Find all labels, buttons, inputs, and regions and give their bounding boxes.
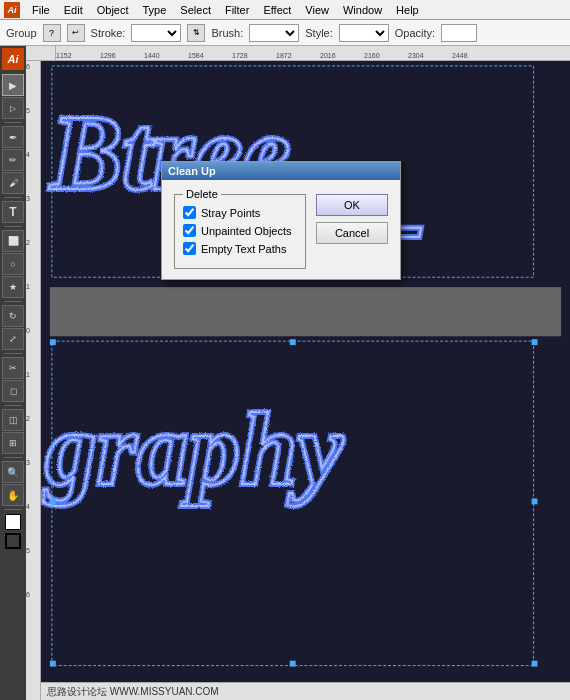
svg-rect-14 <box>532 661 538 667</box>
empty-text-paths-row: Empty Text Paths <box>183 242 297 255</box>
brush-tool[interactable]: 🖌 <box>2 172 24 194</box>
unpainted-objects-checkbox[interactable] <box>183 224 196 237</box>
ellipse-tool[interactable]: ○ <box>2 253 24 275</box>
scissors-tool[interactable]: ✂ <box>2 357 24 379</box>
ok-button[interactable]: OK <box>316 194 388 216</box>
rotate-tool[interactable]: ↻ <box>2 305 24 327</box>
ruler-h-mark-9: 2448 <box>452 52 496 59</box>
ruler-v-numbers: 6 5 4 3 2 1 0 1 2 3 4 5 6 <box>26 61 40 635</box>
dialog-title: Clean Up <box>168 165 216 177</box>
separator-5 <box>4 353 22 354</box>
zoom-tool[interactable]: 🔍 <box>2 461 24 483</box>
hand-tool[interactable]: ✋ <box>2 484 24 506</box>
menu-window[interactable]: Window <box>337 2 388 18</box>
rect-tool[interactable]: ⬜ <box>2 230 24 252</box>
menu-edit[interactable]: Edit <box>58 2 89 18</box>
opacity-label: Opacity: <box>395 27 435 39</box>
ruler-v-mark-9: 3 <box>26 459 40 503</box>
ruler-h-inner: 1152 1296 1440 1584 1728 1872 2016 2160 … <box>56 46 570 60</box>
ruler-h-mark-5: 1872 <box>276 52 320 59</box>
separator-6 <box>4 405 22 406</box>
stroke-color[interactable] <box>5 533 21 549</box>
ruler-h-numbers: 1152 1296 1440 1584 1728 1872 2016 2160 … <box>56 46 570 60</box>
ruler-h-mark-3: 1584 <box>188 52 232 59</box>
style-label: Style: <box>305 27 333 39</box>
scale-tool[interactable]: ⤢ <box>2 328 24 350</box>
separator-1 <box>4 122 22 123</box>
ruler-v-mark-5: 1 <box>26 283 40 327</box>
separator-2 <box>4 197 22 198</box>
selection-tool[interactable]: ▶ <box>2 74 24 96</box>
main-area: Ai ▶ ▷ ✒ ✏ 🖌 T ⬜ ○ ★ ↻ ⤢ ✂ ◻ ◫ ⊞ 🔍 ✋ <box>0 46 570 700</box>
svg-rect-9 <box>50 339 56 345</box>
ruler-h-mark-6: 2016 <box>320 52 364 59</box>
fill-color[interactable] <box>5 514 21 530</box>
isolate-icon[interactable]: ↩ <box>67 24 85 42</box>
separator-3 <box>4 226 22 227</box>
pen-tool[interactable]: ✒ <box>2 126 24 148</box>
ruler-h-mark-2: 1440 <box>144 52 188 59</box>
brush-label: Brush: <box>211 27 243 39</box>
status-text: 思路设计论坛 WWW.MISSYUAN.COM <box>47 685 219 699</box>
svg-rect-12 <box>50 661 56 667</box>
separator-4 <box>4 301 22 302</box>
ruler-v-mark-8: 2 <box>26 415 40 459</box>
menu-help[interactable]: Help <box>390 2 425 18</box>
menu-select[interactable]: Select <box>174 2 217 18</box>
canvas-content[interactable]: Btree Btree o- o- graphy graphy <box>41 61 570 700</box>
type-tool[interactable]: T <box>2 201 24 223</box>
cleanup-dialog: Clean Up Delete Stray Points <box>161 161 401 280</box>
options-bar: Group ? ↩ Stroke: ⇅ Brush: Style: Opacit… <box>0 20 570 46</box>
menu-view[interactable]: View <box>299 2 335 18</box>
dialog-titlebar[interactable]: Clean Up <box>162 162 400 180</box>
ruler-h-mark-1: 1296 <box>100 52 144 59</box>
svg-text:graphy: graphy <box>43 392 344 506</box>
svg-rect-11 <box>532 339 538 345</box>
menu-object[interactable]: Object <box>91 2 135 18</box>
star-tool[interactable]: ★ <box>2 276 24 298</box>
stroke-label: Stroke: <box>91 27 126 39</box>
app-icon: Ai <box>4 2 20 18</box>
cancel-button[interactable]: Cancel <box>316 222 388 244</box>
stray-points-label[interactable]: Stray Points <box>201 207 260 219</box>
artwork-svg: Btree Btree o- o- graphy graphy <box>41 61 570 700</box>
svg-rect-7 <box>50 287 561 336</box>
empty-text-paths-checkbox[interactable] <box>183 242 196 255</box>
menu-type[interactable]: Type <box>137 2 173 18</box>
menu-effect[interactable]: Effect <box>257 2 297 18</box>
svg-rect-13 <box>290 661 296 667</box>
separator-8 <box>4 509 22 510</box>
dialog-buttons: OK Cancel <box>316 190 388 269</box>
pencil-tool[interactable]: ✏ <box>2 149 24 171</box>
mesh-tool[interactable]: ⊞ <box>2 432 24 454</box>
stray-points-row: Stray Points <box>183 206 297 219</box>
menu-file[interactable]: File <box>26 2 56 18</box>
dialog-body: Delete Stray Points Unpainted Objects <box>162 180 400 279</box>
ruler-v-mark-11: 5 <box>26 547 40 591</box>
status-bar: 思路设计论坛 WWW.MISSYUAN.COM <box>41 682 570 700</box>
brush-select[interactable] <box>249 24 299 42</box>
ruler-v-mark-1: 5 <box>26 107 40 151</box>
unpainted-objects-row: Unpainted Objects <box>183 224 297 237</box>
group-label: Group <box>6 27 37 39</box>
unpainted-objects-label[interactable]: Unpainted Objects <box>201 225 292 237</box>
stray-points-checkbox[interactable] <box>183 206 196 219</box>
eraser-tool[interactable]: ◻ <box>2 380 24 402</box>
dialog-options: Delete Stray Points Unpainted Objects <box>174 190 306 269</box>
svg-rect-16 <box>532 498 538 504</box>
opacity-input[interactable]: 100 <box>441 24 477 42</box>
style-select[interactable] <box>339 24 389 42</box>
gradient-tool[interactable]: ◫ <box>2 409 24 431</box>
canvas-body: 6 5 4 3 2 1 0 1 2 3 4 5 6 <box>26 61 570 700</box>
ruler-vertical: 6 5 4 3 2 1 0 1 2 3 4 5 6 <box>26 61 41 700</box>
direct-selection-tool[interactable]: ▷ <box>2 97 24 119</box>
menu-bar: Ai File Edit Object Type Select Filter E… <box>0 0 570 20</box>
delete-group: Delete Stray Points Unpainted Objects <box>174 194 306 269</box>
svg-rect-10 <box>290 339 296 345</box>
question-icon[interactable]: ? <box>43 24 61 42</box>
menu-filter[interactable]: Filter <box>219 2 255 18</box>
ruler-h-mark-8: 2304 <box>408 52 452 59</box>
empty-text-paths-label[interactable]: Empty Text Paths <box>201 243 286 255</box>
stroke-select[interactable] <box>131 24 181 42</box>
artwork-background: Btree Btree o- o- graphy graphy <box>41 61 570 700</box>
